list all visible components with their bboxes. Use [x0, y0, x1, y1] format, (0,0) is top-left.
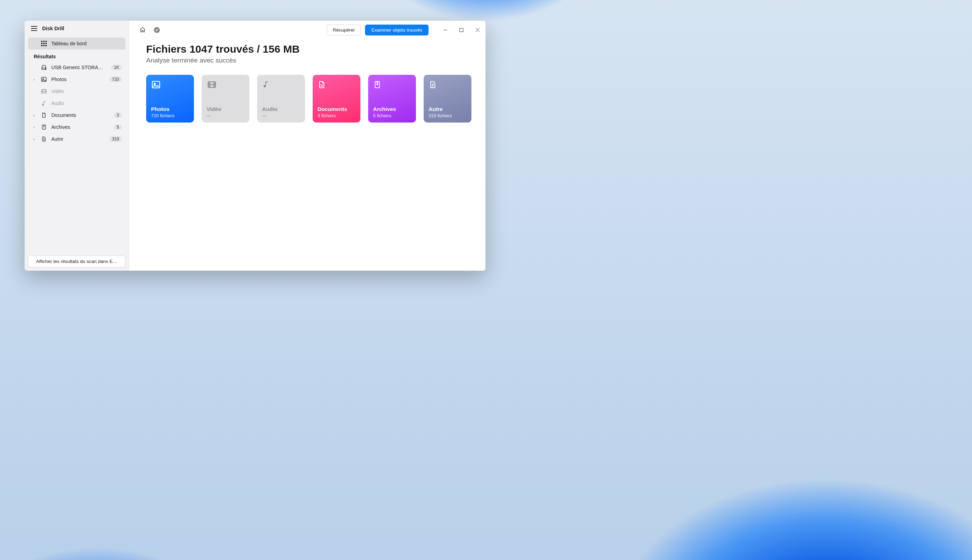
- svg-rect-5: [45, 43, 47, 44]
- sidebar-footer: Afficher les résultats du scan dans E…: [25, 252, 129, 271]
- svg-rect-8: [45, 45, 47, 46]
- sidebar: Disk Drill › Tableau de bord Résultats ›…: [25, 21, 129, 271]
- archive-icon: [373, 80, 383, 90]
- svg-rect-6: [41, 45, 42, 46]
- app-window: Disk Drill › Tableau de bord Résultats ›…: [25, 21, 486, 271]
- music-note-icon: [41, 100, 47, 107]
- sidebar-item-photos[interactable]: › Photos 720: [28, 73, 125, 85]
- svg-point-27: [154, 83, 155, 85]
- sidebar-item-label: Documents: [51, 112, 110, 118]
- chevron-right-icon: ›: [32, 113, 37, 117]
- card-sub: 720 fichiers: [151, 113, 189, 118]
- svg-rect-7: [43, 45, 45, 46]
- svg-rect-4: [43, 43, 45, 44]
- results-subhead: Analyse terminée avec succès: [146, 57, 471, 64]
- file-icon: [41, 136, 47, 142]
- video-icon: [207, 80, 216, 90]
- results-headline: Fichiers 1047 trouvés / 156 MB: [146, 43, 471, 55]
- archive-icon: [41, 124, 47, 130]
- svg-point-11: [43, 78, 43, 79]
- chevron-right-icon: ›: [32, 137, 37, 141]
- document-icon: [317, 80, 327, 90]
- count-badge: 3: [114, 112, 122, 118]
- recover-button[interactable]: Récupérer: [327, 25, 361, 35]
- count-badge: 319: [109, 136, 122, 142]
- maximize-button[interactable]: [453, 24, 469, 35]
- chevron-right-icon: ›: [32, 125, 37, 129]
- document-icon: [41, 112, 47, 118]
- image-icon: [151, 80, 161, 90]
- sidebar-nav: › Tableau de bord Résultats › USB Generi…: [25, 35, 129, 145]
- card-title: Autre: [429, 106, 466, 112]
- drive-icon: [41, 64, 47, 70]
- category-cards: Photos 720 fichiers Vidéo — Audio: [146, 75, 471, 123]
- svg-rect-2: [45, 41, 47, 42]
- checkmark-icon: [154, 27, 160, 33]
- card-sub: 3 fichiers: [317, 113, 356, 118]
- chevron-right-icon: ›: [32, 77, 37, 82]
- sidebar-item-documents[interactable]: › Documents 3: [28, 109, 125, 121]
- close-button[interactable]: [469, 24, 486, 35]
- window-controls: [437, 24, 486, 35]
- sidebar-item-label: USB Generic STORAGE D…: [51, 65, 107, 70]
- content-area: Fichiers 1047 trouvés / 156 MB Analyse t…: [129, 39, 486, 123]
- card-sub: —: [207, 113, 244, 118]
- count-badge: 5: [114, 124, 122, 130]
- minimize-button[interactable]: [437, 24, 453, 35]
- svg-rect-3: [41, 43, 42, 44]
- menu-icon[interactable]: [31, 26, 37, 31]
- image-icon: [41, 76, 47, 83]
- card-sub: —: [262, 113, 300, 118]
- card-title: Archives: [373, 106, 411, 112]
- card-other[interactable]: Autre 319 fichiers: [424, 75, 471, 123]
- music-note-icon: [262, 80, 272, 90]
- toolbar: Récupérer Examiner objets trouvés: [129, 21, 486, 39]
- home-button[interactable]: [138, 25, 147, 35]
- sidebar-item-video[interactable]: › Vidéo: [28, 85, 125, 97]
- sidebar-item-dashboard[interactable]: › Tableau de bord: [28, 38, 125, 50]
- sidebar-item-device[interactable]: › USB Generic STORAGE D… 1K: [28, 62, 125, 73]
- sidebar-item-label: Archives: [51, 124, 110, 130]
- sidebar-item-audio[interactable]: › Audio: [28, 97, 125, 109]
- svg-rect-1: [43, 41, 45, 42]
- sidebar-item-archives[interactable]: › Archives 5: [28, 121, 125, 133]
- sidebar-section-results: Résultats: [28, 50, 125, 62]
- card-title: Photos: [151, 106, 189, 112]
- sidebar-item-label: Vidéo: [51, 88, 122, 94]
- card-sub: 5 fichiers: [373, 113, 411, 118]
- examine-button[interactable]: Examiner objets trouvés: [365, 25, 429, 35]
- video-icon: [41, 88, 47, 95]
- count-badge: 1K: [111, 65, 122, 70]
- svg-rect-0: [41, 41, 42, 42]
- svg-rect-23: [459, 28, 463, 32]
- card-photos[interactable]: Photos 720 fichiers: [146, 75, 194, 123]
- card-video: Vidéo —: [202, 75, 249, 123]
- scan-status-button[interactable]: [152, 25, 162, 35]
- dashboard-icon: [41, 40, 47, 47]
- sidebar-item-label: Photos: [51, 77, 105, 82]
- card-audio: Audio —: [257, 75, 305, 123]
- card-title: Audio: [262, 106, 300, 112]
- sidebar-item-other[interactable]: › Autre 319: [28, 133, 125, 145]
- card-documents[interactable]: Documents 3 fichiers: [312, 75, 361, 123]
- card-title: Documents: [317, 106, 356, 112]
- sidebar-header: Disk Drill: [25, 21, 129, 35]
- sidebar-item-label: Autre: [51, 136, 105, 142]
- svg-point-9: [45, 68, 45, 69]
- sidebar-item-label: Tableau de bord: [51, 41, 122, 46]
- card-archives[interactable]: Archives 5 fichiers: [368, 75, 416, 123]
- card-title: Vidéo: [207, 106, 244, 112]
- show-in-explorer-button[interactable]: Afficher les résultats du scan dans E…: [28, 256, 125, 267]
- main-pane: Récupérer Examiner objets trouvés Fichie…: [129, 21, 486, 271]
- sidebar-item-label: Audio: [51, 100, 122, 106]
- app-title: Disk Drill: [42, 26, 64, 31]
- card-sub: 319 fichiers: [429, 113, 466, 118]
- file-icon: [429, 80, 438, 90]
- count-badge: 720: [109, 77, 122, 82]
